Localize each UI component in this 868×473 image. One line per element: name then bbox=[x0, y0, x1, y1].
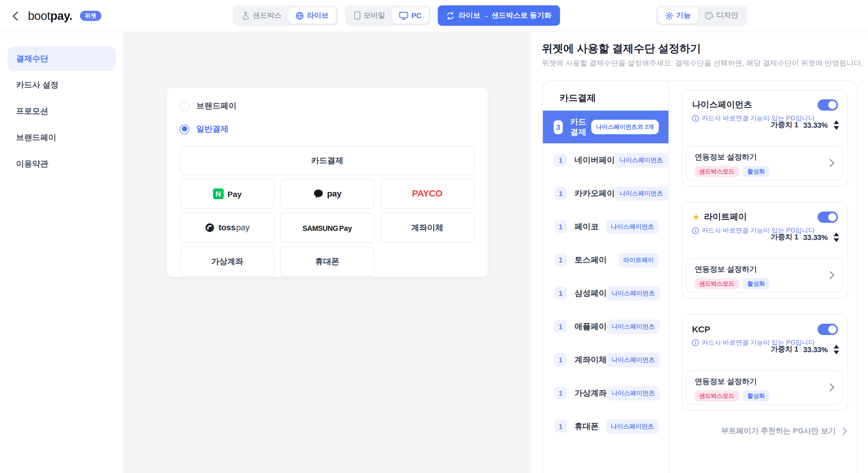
method-row-naverpay[interactable]: 1 네이버페이 나이스페이먼츠 bbox=[543, 143, 669, 177]
radio-general-payment-label: 일반결제 bbox=[196, 124, 228, 134]
tab-design-label: 디자인 bbox=[716, 11, 738, 21]
chevron-right-icon bbox=[840, 427, 847, 435]
pg-name: 라이트페이 bbox=[704, 211, 747, 223]
sidebar-item-payment-methods[interactable]: 결제수단 bbox=[7, 46, 116, 71]
weight-up-icon[interactable] bbox=[834, 120, 839, 124]
integration-settings-button[interactable]: 연동정보 설정하기 샌드박스모드 활성화 bbox=[686, 258, 843, 293]
tab-sandbox[interactable]: 샌드박스 bbox=[235, 7, 289, 24]
integration-settings-button[interactable]: 연동정보 설정하기 샌드박스모드 활성화 bbox=[686, 371, 843, 405]
sandbox-mode-badge: 샌드박스모드 bbox=[695, 278, 739, 289]
bank-transfer-button[interactable]: 계좌이체 bbox=[380, 213, 474, 243]
badge-row: 샌드박스모드 활성화 bbox=[695, 390, 834, 402]
method-row-virtual-account[interactable]: 1 가상계좌 나이스페이먼츠 bbox=[543, 376, 669, 410]
weight-down-icon[interactable] bbox=[834, 126, 839, 130]
method-count-badge: 1 bbox=[554, 353, 567, 366]
weight-down-icon[interactable] bbox=[834, 351, 839, 354]
mobile-phone-button[interactable]: 휴대폰 bbox=[280, 246, 374, 276]
radio-brandpay[interactable] bbox=[180, 101, 189, 111]
pg-enable-toggle[interactable] bbox=[817, 324, 838, 335]
payco-label: PAYCO bbox=[412, 188, 442, 199]
payment-widget-preview: 브랜드페이 일반결제 카드결제 N Pay pay bbox=[167, 88, 488, 277]
integration-settings-label: 연동정보 설정하기 bbox=[695, 152, 834, 162]
method-row-applepay[interactable]: 1 애플페이 나이스페이먼츠 bbox=[543, 310, 669, 343]
bank-transfer-label: 계좌이체 bbox=[411, 223, 443, 233]
payment-method-grid: N Pay pay PAYCO bbox=[180, 179, 474, 276]
method-row-bank-transfer[interactable]: 1 계좌이체 나이스페이먼츠 bbox=[543, 343, 669, 376]
method-name: 카카오페이 bbox=[575, 188, 615, 198]
card-payment-button[interactable]: 카드결제 bbox=[180, 146, 474, 175]
tab-live[interactable]: 라이브 bbox=[289, 7, 336, 24]
badge-row: 샌드박스모드 활성화 bbox=[695, 278, 834, 289]
sidebar-item-card-settings[interactable]: 카드사 설정 bbox=[7, 72, 116, 97]
method-row-kakaopay[interactable]: 1 카카오페이 나이스페이먼츠 bbox=[543, 177, 669, 210]
weight-value: 33.33% bbox=[803, 121, 828, 129]
sidebar-item-terms[interactable]: 이용약관 bbox=[7, 151, 116, 176]
virtual-account-button[interactable]: 가상계좌 bbox=[180, 246, 274, 276]
method-count-badge: 1 bbox=[554, 320, 567, 333]
sidebar-item-brandpay[interactable]: 브랜드페이 bbox=[7, 125, 116, 150]
badge-row: 샌드박스모드 활성화 bbox=[695, 166, 834, 177]
mobile-phone-label: 휴대폰 bbox=[315, 256, 339, 267]
logo-text-regular: boot bbox=[28, 9, 50, 22]
weight-stepper bbox=[834, 345, 839, 354]
recommended-pg-link-label: 부트페이가 추천하는 PG사만 보기 bbox=[721, 426, 836, 436]
weight-stepper bbox=[834, 120, 839, 130]
tab-design[interactable]: 디자인 bbox=[698, 7, 745, 24]
naver-pay-icon: N bbox=[213, 188, 224, 199]
device-toggle-group: 모바일 PC bbox=[345, 5, 431, 26]
weight-up-icon[interactable] bbox=[834, 233, 839, 236]
method-pg-pill: 나이스페이먼츠 bbox=[606, 219, 659, 234]
bootpay-logo: bootpay. bbox=[28, 9, 72, 23]
method-row-payco[interactable]: 1 페이코 나이스페이먼츠 bbox=[543, 210, 669, 243]
tab-pc[interactable]: PC bbox=[392, 7, 429, 24]
method-count-badge: 1 bbox=[554, 420, 567, 433]
tab-features[interactable]: 기능 bbox=[658, 7, 698, 24]
weight-down-icon[interactable] bbox=[834, 238, 839, 242]
tab-sandbox-label: 샌드박스 bbox=[253, 11, 282, 21]
weight-value: 33.33% bbox=[803, 233, 828, 241]
pg-card-title-row: KCP bbox=[692, 324, 838, 335]
method-count-badge: 1 bbox=[554, 220, 567, 233]
method-row-mobile-phone[interactable]: 1 휴대폰 나이스페이먼츠 bbox=[543, 410, 669, 443]
method-pg-pill: 라이트페이 bbox=[618, 253, 659, 267]
method-row-card-selected[interactable]: 3 카드결제 나이스페이먼츠외 2개 bbox=[543, 111, 669, 143]
weight-up-icon[interactable] bbox=[834, 345, 839, 349]
pg-enable-toggle[interactable] bbox=[817, 99, 838, 111]
sandbox-mode-badge: 샌드박스모드 bbox=[695, 166, 739, 177]
method-pg-pill: 나이스페이먼츠 bbox=[615, 153, 668, 167]
weight-row: 가중치 1 33.33% bbox=[771, 345, 839, 354]
bootpay-widget-console: bootpay. 위젯 샌드박스 라이브 bbox=[0, 0, 868, 473]
method-pg-pill: 나이스페이먼츠 bbox=[607, 319, 659, 334]
sidebar-item-promotion[interactable]: 프로모션 bbox=[7, 99, 116, 123]
toss-pay-button[interactable]: tosspay bbox=[180, 213, 274, 243]
env-toggle-group: 샌드박스 라이브 bbox=[233, 5, 338, 26]
kakao-pay-button[interactable]: pay bbox=[280, 179, 374, 209]
weight-label: 가중치 1 bbox=[771, 233, 799, 242]
radio-brandpay-label: 브랜드페이 bbox=[196, 101, 237, 111]
sync-live-to-sandbox-button[interactable]: 라이브 → 샌드박스로 동기화 bbox=[438, 5, 560, 26]
widget-badge: 위젯 bbox=[80, 11, 101, 21]
radio-row-general-payment[interactable]: 일반결제 bbox=[180, 124, 228, 134]
method-name: 페이코 bbox=[575, 221, 599, 232]
top-bar-left: bootpay. 위젯 bbox=[14, 0, 101, 32]
sandbox-mode-badge: 샌드박스모드 bbox=[695, 390, 739, 402]
naver-pay-button[interactable]: N Pay bbox=[180, 179, 274, 209]
recommended-pg-link[interactable]: 부트페이가 추천하는 PG사만 보기 bbox=[682, 426, 848, 436]
pg-name: KCP bbox=[692, 325, 710, 334]
pg-name: 나이스페이먼츠 bbox=[692, 99, 752, 111]
integration-settings-button[interactable]: 연동정보 설정하기 샌드박스모드 활성화 bbox=[686, 146, 843, 180]
tab-mobile[interactable]: 모바일 bbox=[347, 7, 392, 24]
logo-text-bold: pay. bbox=[50, 9, 72, 22]
toss-pay-icon bbox=[205, 223, 215, 233]
method-pg-pill: 나이스페이먼츠 bbox=[606, 419, 659, 434]
method-row-tosspay[interactable]: 1 토스페이 라이트페이 bbox=[543, 243, 669, 276]
back-chevron-icon[interactable] bbox=[12, 11, 22, 21]
method-row-samsungpay[interactable]: 1 삼성페이 나이스페이먼츠 bbox=[543, 276, 669, 310]
active-badge: 활성화 bbox=[743, 166, 769, 177]
sync-icon bbox=[446, 11, 454, 20]
samsung-pay-button[interactable]: SAMSUNGPay bbox=[280, 213, 374, 243]
radio-row-brandpay[interactable]: 브랜드페이 bbox=[180, 101, 237, 111]
pg-enable-toggle[interactable] bbox=[817, 211, 838, 223]
payco-button[interactable]: PAYCO bbox=[380, 179, 474, 209]
radio-general-payment[interactable] bbox=[180, 124, 189, 134]
